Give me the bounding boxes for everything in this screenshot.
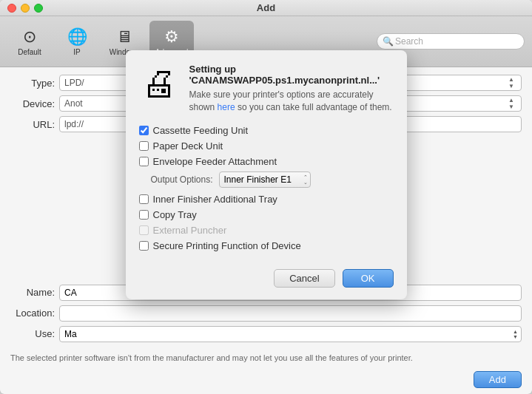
ok-button[interactable]: OK [343,269,394,288]
modal-header: 🖨 Setting up 'CANAMSWAPP05.ps1.mycanonpr… [126,50,407,121]
checkbox-copy-tray-input[interactable] [139,210,149,220]
modal-title: Setting up 'CANAMSWAPP05.ps1.mycanonprin… [189,64,394,86]
toolbar-label-default: Default [18,48,41,56]
device-label: Device: [10,98,55,109]
type-label: Type: [10,78,55,89]
use-label: Use: [10,328,55,339]
window-controls [7,4,43,13]
checkbox-envelope: Envelope Feeder Attachment [139,156,394,167]
search-wrapper: 🔍 [377,33,525,50]
use-select[interactable]: Ma ▲▼ [59,326,522,342]
checkbox-inner-tray: Inner Finisher Additional Tray [139,194,394,205]
checkbox-ext-puncher-input [139,225,149,235]
device-stepper[interactable]: ▲▼ [506,97,516,110]
url-label: URL: [10,119,55,130]
checkbox-paper-deck: Paper Deck Unit [139,140,394,152]
checkbox-cassette: Cassette Feeding Unit [139,125,394,136]
checkbox-copy-tray: Copy Tray [139,209,394,220]
advanced-icon: ⚙ [164,27,179,47]
close-button[interactable] [7,4,16,13]
titlebar: Add [0,0,532,16]
modal-footer: Cancel OK [126,263,407,299]
search-input[interactable] [377,33,525,50]
checkbox-paper-deck-input[interactable] [139,141,149,151]
checkbox-secure-label: Secure Printing Function of Device [153,240,301,251]
output-options-select-wrapper: Inner Finisher E1 None Inner Finisher E2 [219,171,311,188]
location-label: Location: [10,308,55,319]
cancel-button[interactable]: Cancel [274,269,334,288]
printer-icon: 🖨 [139,64,179,103]
output-options-label: Output Options: [139,174,213,185]
location-input[interactable] [59,305,522,322]
location-row: Location: [10,305,522,322]
checkbox-secure: Secure Printing Function of Device [139,240,394,251]
add-button-row: Add [0,368,532,394]
name-label: Name: [10,287,55,298]
ip-icon: 🌐 [67,27,87,47]
windows-icon: 🖥 [116,27,132,47]
checkbox-paper-deck-label: Paper Deck Unit [153,140,223,152]
toolbar-label-ip: IP [73,48,80,56]
default-icon: ⊙ [23,27,36,47]
type-stepper[interactable]: ▲▼ [506,76,516,89]
checkbox-envelope-label: Envelope Feeder Attachment [153,156,277,167]
toolbar-btn-default[interactable]: ⊙ Default [7,21,52,62]
use-row: Use: Ma ▲▼ [10,326,522,342]
output-options-row: Output Options: Inner Finisher E1 None I… [139,171,394,188]
checkbox-ext-puncher: External Puncher [139,225,394,236]
maximize-button[interactable] [34,4,43,13]
window-title: Add [257,2,275,13]
checkbox-cassette-label: Cassette Feeding Unit [153,125,249,136]
checkbox-copy-tray-label: Copy Tray [153,209,197,220]
warning-text: The selected printer software isn't from… [0,350,532,368]
checkbox-cassette-input[interactable] [139,126,149,135]
minimize-button[interactable] [21,4,30,13]
output-options-select[interactable]: Inner Finisher E1 None Inner Finisher E2 [219,171,311,188]
modal-header-text: Setting up 'CANAMSWAPP05.ps1.mycanonprin… [189,64,394,114]
modal-subtitle: Make sure your printer's options are acc… [189,89,394,114]
use-value: Ma [64,329,77,339]
checkbox-envelope-input[interactable] [139,157,149,166]
checkbox-secure-input[interactable] [139,241,149,251]
checkbox-inner-tray-input[interactable] [139,194,149,204]
modal-dialog: 🖨 Setting up 'CANAMSWAPP05.ps1.mycanonpr… [126,50,407,300]
checkbox-inner-tray-label: Inner Finisher Additional Tray [153,194,277,205]
checkbox-ext-puncher-label: External Puncher [153,225,227,236]
modal-link[interactable]: here [218,102,235,112]
add-button[interactable]: Add [474,371,522,388]
modal-body: Cassette Feeding Unit Paper Deck Unit En… [126,120,407,263]
use-stepper: ▲▼ [513,329,518,339]
toolbar-btn-ip[interactable]: 🌐 IP [55,21,99,62]
